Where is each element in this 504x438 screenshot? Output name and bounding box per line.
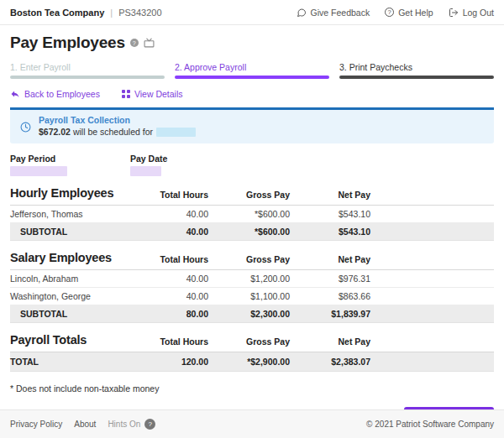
step-bar [10,76,165,79]
get-help-label: Get Help [398,8,433,18]
col-net-pay: Net Pay [290,333,370,352]
hourly-employees-section: Hourly Employees Total Hours Gross Pay N… [10,186,494,241]
step-approve-payroll[interactable]: 2. Approve Payroll [175,62,329,79]
table-header-row: Payroll Totals Total Hours Gross Pay Net… [10,333,494,352]
footer: Privacy Policy About Hints On ? © 2021 P… [0,409,504,438]
logout-icon [449,8,459,18]
table-row: Jefferson, Thomas 40.00 *$600.00 $543.10 [10,206,494,223]
hints-question-icon: ? [144,419,155,430]
total-hours: 120.00 [138,352,208,372]
step-bar [339,76,494,79]
divider: | [110,8,113,18]
employee-hours: 40.00 [138,206,208,223]
log-out-link[interactable]: Log Out [449,8,494,18]
pay-period-block: Pay Period [10,154,130,176]
main-area: Pay Employees ? 1. Enter Payroll 2. Appr… [0,25,504,409]
total-gross: *$2,900.00 [208,352,290,372]
help-circle-icon: ? [385,8,394,17]
col-net-pay: Net Pay [290,251,370,270]
back-to-employees-link[interactable]: Back to Employees [10,89,100,99]
subtotal-hours: 80.00 [138,305,208,323]
hints-toggle[interactable]: Hints On ? [108,419,155,430]
col-total-hours: Total Hours [138,186,208,206]
employee-hours: 40.00 [138,288,208,305]
pay-period-label: Pay Period [10,154,130,164]
footer-links: Privacy Policy About Hints On ? [10,419,155,430]
pay-info-row: Pay Period Pay Date [10,154,494,176]
log-out-label: Log Out [463,8,494,18]
speech-bubble-icon [297,8,307,18]
employee-hours: 40.00 [138,270,208,288]
pay-date-value-redacted [130,166,161,176]
step-label: 1. Enter Payroll [10,62,165,72]
col-net-pay: Net Pay [290,186,370,206]
pay-period-value-redacted [10,166,67,176]
table-header-row: Salary Employees Total Hours Gross Pay N… [10,251,494,270]
subtotal-net: $543.10 [290,223,370,241]
grid-icon [122,90,130,98]
total-row: TOTAL 120.00 *$2,900.00 $2,383.07 [10,352,494,372]
employee-gross: $1,200.00 [208,270,290,288]
footnote: * Does not include non-taxable money [10,383,494,394]
col-gross-pay: Gross Pay [208,251,290,270]
employee-gross: $1,100.00 [208,288,290,305]
col-gross-pay: Gross Pay [208,186,290,206]
payroll-run-id: PS343200 [118,8,161,18]
content: Pay Employees ? 1. Enter Payroll 2. Appr… [0,25,504,409]
salary-employees-table: Salary Employees Total Hours Gross Pay N… [10,251,494,323]
toolbar: Back to Employees View Details [10,89,494,99]
col-total-hours: Total Hours [138,333,208,352]
privacy-policy-link[interactable]: Privacy Policy [10,420,62,429]
pay-date-label: Pay Date [130,154,250,164]
total-net: $2,383.07 [290,352,370,372]
subtotal-label: SUBTOTAL [10,223,138,241]
page-title: Pay Employees [10,34,125,52]
banner-text: will be scheduled for [73,127,153,137]
employee-name: Washington, George [10,288,138,305]
payroll-totals-section: Payroll Totals Total Hours Gross Pay Net… [10,333,494,372]
subtotal-label: SUBTOTAL [10,305,138,323]
step-bar [175,76,329,79]
about-link[interactable]: About [74,420,96,429]
top-bar: Boston Tea Company | PS343200 Give Feedb… [0,0,504,25]
video-tutorial-icon[interactable] [144,38,155,49]
section-title: Hourly Employees [10,186,138,206]
table-row: Lincoln, Abraham 40.00 $1,200.00 $976.31 [10,270,494,288]
employee-net: $543.10 [290,206,370,223]
subtotal-gross: *$600.00 [208,223,290,241]
employee-name: Lincoln, Abraham [10,270,138,288]
table-row: Washington, George 40.00 $1,100.00 $863.… [10,288,494,305]
company-info: Boston Tea Company | PS343200 [10,8,162,18]
page-help-icon[interactable]: ? [130,39,139,47]
subtotal-hours: 40.00 [138,223,208,241]
employee-net: $863.66 [290,288,370,305]
col-total-hours: Total Hours [138,251,208,270]
topbar-links: Give Feedback ? Get Help Log Out [297,8,494,18]
redacted-date-highlight [156,128,196,137]
employee-gross: *$600.00 [208,206,290,223]
subtotal-row: SUBTOTAL 80.00 $2,300.00 $1,839.97 [10,305,494,323]
banner-body: Payroll Tax Collection $672.02 will be s… [39,115,196,137]
tax-amount: $672.02 [39,127,71,137]
subtotal-row: SUBTOTAL 40.00 *$600.00 $543.10 [10,223,494,241]
view-details-link[interactable]: View Details [122,89,183,99]
page-header: Pay Employees ? [10,34,494,52]
get-help-link[interactable]: ? Get Help [385,8,433,18]
table-header-row: Hourly Employees Total Hours Gross Pay N… [10,186,494,206]
payroll-totals-table: Payroll Totals Total Hours Gross Pay Net… [10,333,494,372]
step-label: 2. Approve Payroll [175,62,329,72]
copyright-text: © 2021 Patriot Software Company [366,420,494,429]
step-label: 3. Print Paychecks [339,62,494,72]
pay-date-block: Pay Date [130,154,250,176]
step-enter-payroll[interactable]: 1. Enter Payroll [10,62,165,79]
hourly-employees-table: Hourly Employees Total Hours Gross Pay N… [10,186,494,241]
subtotal-gross: $2,300.00 [208,305,290,323]
give-feedback-link[interactable]: Give Feedback [297,8,370,18]
employee-name: Jefferson, Thomas [10,206,138,223]
step-print-paychecks[interactable]: 3. Print Paychecks [339,62,494,79]
back-arrow-icon [10,89,20,99]
employee-net: $976.31 [290,270,370,288]
section-title: Payroll Totals [10,333,138,352]
payroll-tax-banner: Payroll Tax Collection $672.02 will be s… [10,107,494,143]
clock-icon [20,117,31,137]
